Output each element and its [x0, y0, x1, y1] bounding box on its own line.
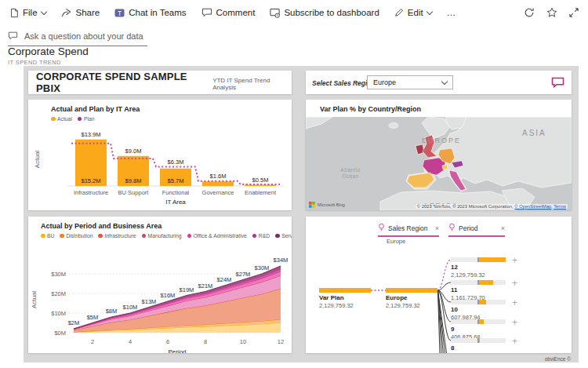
remove-field-icon[interactable]: × [501, 224, 505, 232]
svg-text:Period: Period [168, 348, 186, 353]
bubble-icon [201, 8, 212, 17]
svg-text:$5M: $5M [87, 314, 99, 321]
legend-item[interactable]: Actual [51, 116, 72, 122]
svg-text:12: 12 [278, 338, 284, 345]
svg-text:$0.5M: $0.5M [252, 177, 269, 184]
tree-child-node-12[interactable]: 122,129,759.32 [451, 257, 514, 279]
tree-field-period[interactable]: Period × [448, 223, 505, 237]
legend-dot [252, 234, 257, 239]
svg-text:Enablement: Enablement [245, 189, 277, 196]
svg-text:$16M: $16M [161, 292, 176, 299]
star-icon[interactable] [546, 7, 557, 18]
expand-node-icon[interactable]: + [512, 279, 517, 287]
expand-node-icon[interactable]: + [512, 299, 517, 307]
svg-text:4: 4 [129, 338, 132, 345]
chevron-down-icon [426, 8, 432, 14]
region-slicer-card: Select Sales Region Europe [306, 71, 572, 94]
svg-text:2: 2 [91, 338, 94, 345]
tree-field-sales-region[interactable]: Sales Region × [378, 223, 439, 237]
openstreetmap-link[interactable]: © OpenStreetMap [514, 204, 551, 209]
legend-dot [275, 234, 280, 239]
toolbar-share-button[interactable]: Share [61, 8, 100, 17]
svg-text:$13.9M: $13.9M [81, 131, 100, 138]
visual-title: Actual and Plan by IT Area [28, 100, 292, 113]
comment-bubble-icon[interactable] [551, 77, 564, 91]
subscribe-icon [270, 8, 280, 18]
area-chart-legend: BUDistributionInfrastructureManufacturin… [28, 233, 292, 239]
legend-dot [142, 234, 147, 239]
legend-item[interactable]: R&D [252, 233, 270, 239]
map-label-asia: ASIA [522, 129, 546, 137]
expand-node-icon[interactable]: + [512, 337, 517, 345]
slicer-label: Select Sales Region [312, 79, 376, 87]
legend-item[interactable]: Distribution [60, 233, 93, 239]
legend-dot [51, 117, 56, 122]
power-bi-dashboard-page: FileShareTChat in TeamsCommentSubscribe … [0, 0, 588, 368]
legend-dot [41, 234, 45, 239]
actual-by-period-area-card: Actual by Period and Business Area BUDis… [28, 217, 292, 353]
tree-child-node-9[interactable]: 9406,875.68 [451, 319, 514, 341]
svg-text:$0M: $0M [54, 330, 66, 337]
refresh-icon[interactable] [524, 7, 535, 18]
svg-text:$6.3M: $6.3M [168, 158, 184, 166]
tree-child-node-10[interactable]: 10607,987.94 [451, 300, 514, 321]
legend-item[interactable]: BU [41, 233, 54, 239]
map-attribution: © 2023 TomTom, © 2023 Microsoft Corporat… [416, 204, 568, 209]
tree-level2-node[interactable]: Europe 2,129,759.32 [386, 288, 441, 309]
decomposition-tree-card: Sales Region × Europe Period × Var Plan … [306, 217, 572, 353]
actual-plan-bar-chart[interactable]: Actual$15.2M$13.9MInfrastructure$9.8M$9.… [28, 122, 292, 210]
qna-bar[interactable] [8, 29, 147, 46]
svg-text:$21M: $21M [198, 282, 213, 290]
qna-input[interactable] [23, 31, 145, 42]
svg-text:$15.2M: $15.2M [81, 177, 100, 184]
svg-text:$10M: $10M [51, 310, 66, 317]
legend-item[interactable]: Services [275, 233, 292, 239]
dashboard-title: Corporate Spend [8, 46, 89, 57]
tree-child-node-11[interactable]: 111,161,729.70 [451, 280, 514, 301]
expand-node-icon[interactable]: + [512, 319, 517, 326]
tree-child-node-8[interactable]: 830,184.38 [451, 338, 514, 353]
svg-text:$20M: $20M [51, 290, 66, 297]
sales-region-dropdown[interactable]: Europe [367, 75, 453, 89]
bing-logo: Microsoft Bing [309, 202, 345, 208]
map-label-ocean: Ocean [342, 173, 359, 179]
expand-node-icon[interactable]: + [512, 257, 517, 264]
chevron-down-icon [441, 78, 448, 84]
report-title-card: CORPORATE SPEND SAMPLE PBIX YTD IT Spend… [28, 71, 292, 94]
toolbar-window-actions [524, 7, 579, 18]
toolbar-edit-button[interactable]: Edit [394, 8, 432, 17]
legend-item[interactable]: Office & Administrative [187, 233, 247, 239]
sales-region-value: Europe [373, 78, 396, 86]
legend-item[interactable]: Manufacturing [142, 233, 182, 239]
toolbar-comment-button[interactable]: Comment [201, 8, 256, 17]
legend-item[interactable]: Plan [78, 116, 95, 122]
toolbar-file-button[interactable]: File [9, 8, 46, 18]
svg-text:Infrastructure: Infrastructure [74, 189, 108, 196]
toolbar-subscribe-to-dashboard-button[interactable]: Subscribe to dashboard [270, 8, 379, 18]
chevron-down-icon [40, 8, 46, 14]
svg-text:$30M: $30M [51, 271, 66, 278]
expand-icon[interactable] [569, 8, 579, 17]
lightbulb-icon [378, 223, 385, 233]
tree-field-filter-value: Europe [387, 238, 405, 245]
remove-field-icon[interactable]: × [435, 224, 439, 232]
svg-text:BU Support: BU Support [118, 189, 150, 196]
toolbar-more-options-button[interactable]: … [447, 8, 456, 17]
bar-governance[interactable] [202, 181, 234, 186]
bing-map[interactable]: EUROPE ASIA AFRICA Atlantic Ocean Micros… [306, 117, 572, 210]
svg-text:$5.7M: $5.7M [168, 177, 184, 184]
dashboard-subtitle: IT SPEND TREND [8, 59, 89, 66]
svg-text:$10M: $10M [123, 304, 138, 311]
bar-enablement[interactable] [245, 184, 276, 186]
svg-text:$30M: $30M [255, 264, 270, 271]
legend-item[interactable]: Infrastructure [98, 233, 136, 239]
toolbar-actions: FileShareTChat in TeamsCommentSubscribe … [9, 8, 456, 18]
svg-text:$27M: $27M [236, 271, 251, 278]
actual-by-period-area-chart[interactable]: $0M$10M$20M$30MActual$2M$5M$8M$10M$13M$1… [28, 239, 292, 353]
bar-chart-legend: ActualPlan [28, 116, 292, 122]
qna-bubble-icon [8, 29, 18, 43]
tree-root-node[interactable]: Var Plan 2,129,759.32 [319, 288, 374, 309]
tile-header: Corporate Spend IT SPEND TREND [8, 46, 89, 66]
terms-link[interactable]: Terms [554, 204, 566, 209]
toolbar-chat-in-teams-button[interactable]: TChat in Teams [114, 8, 186, 18]
